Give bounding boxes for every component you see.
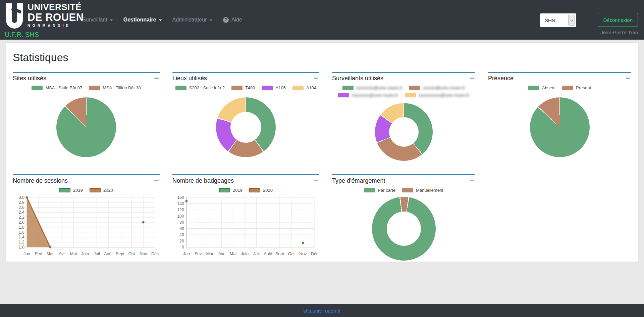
svg-text:120: 120 [177,208,184,212]
svg-text:Juil: Juil [253,252,260,256]
panel-header: Nombre de badgeages [172,175,319,184]
panel-type-emargement: Type d'émargement Par carteManuellement [332,174,475,263]
legend-item[interactable]: xxxxxxxx@univ-rouen.fr [342,85,402,90]
footer-link[interactable]: shs.univ-rouen.fr [303,308,341,314]
panel-header: Sites utilisés [13,73,160,82]
panel-lieux-utilises: Lieux utilisés S202 - Salle info 2T400A1… [172,72,319,165]
main-content: Statistiques Sites utilisés MSA - Satie … [0,40,644,304]
legend-item[interactable]: Manuellement [402,188,443,193]
legend-item[interactable]: xxxxxxxxxx@univ-rouen.fr [405,93,469,98]
legend-label: A104 [306,85,316,90]
legend-item[interactable]: MSA - Tillion Bât 38 [89,85,141,90]
minus-icon [470,78,474,79]
svg-text:Déc: Déc [151,252,159,256]
charts-grid: Sites utilisés MSA - Satie Bât 07MSA - T… [13,72,631,263]
logout-button[interactable]: Déconnexion [598,13,638,27]
chart-legend: Par carteManuellement [334,188,473,193]
chart-area [332,99,475,165]
panel-surveillants-utilises: Surveillants utilisés xxxxxxxx@univ-roue… [332,72,475,165]
svg-text:2.2: 2.2 [19,215,24,220]
panel-title: Lieux utilisés [172,75,207,82]
legend-item[interactable]: A106 [262,85,286,90]
blurred-email-label: xxxxxxxxxx@univ-rouen.fr [419,93,469,98]
collapse-panel-button[interactable] [153,177,160,184]
svg-text:Juin: Juin [81,252,89,256]
menu-item-administrateur[interactable]: Administrateur [172,17,212,23]
donut-hole [387,212,421,246]
svg-text:Déc: Déc [311,252,318,256]
legend-swatch [562,86,573,90]
legend-item[interactable]: xxxxxxxx@univ-rouen.fr [338,93,398,98]
legend-swatch [409,86,420,90]
svg-text:1.0: 1.0 [19,245,24,250]
legend-item[interactable]: 2019 [59,188,83,193]
menu-item-label: Surveillant [82,17,107,23]
svg-text:2.4: 2.4 [19,210,24,215]
legend-swatch [175,86,186,90]
svg-text:80: 80 [179,220,184,225]
pie-chart-sites [56,97,116,157]
collapse-panel-button[interactable] [469,75,475,82]
legend-label: 2020 [263,188,273,193]
svg-text:Fev: Fev [35,252,42,256]
legend-swatch [219,188,230,192]
legend-item[interactable]: A104 [292,85,316,90]
structure-select-value: SHS [540,17,568,23]
legend-item[interactable]: 2020 [249,188,273,193]
svg-text:Avr: Avr [218,252,225,256]
legend-item[interactable]: Present [562,85,591,90]
collapse-panel-button[interactable] [625,75,631,82]
legend-item[interactable]: S202 - Salle info 2 [175,85,225,90]
top-navbar: UNIVERSITÉ DE ROUEN NORMANDIE U.F.R. SHS… [0,0,644,40]
collapse-panel-button[interactable] [469,177,475,184]
legend-item[interactable]: xxxxxx@univ-rouen.fr [409,85,465,90]
chart-legend: 20192020 [174,188,317,193]
svg-text:1.4: 1.4 [19,235,24,239]
panel-title: Surveillants utilisés [332,75,383,82]
main-menu: Surveillant Gestionnaire Administrateur … [82,0,242,40]
legend-swatch [528,86,539,90]
donut-hole [389,117,419,147]
collapse-panel-button[interactable] [313,75,319,82]
collapse-panel-button[interactable] [313,177,319,184]
svg-text:2.8: 2.8 [19,200,24,205]
logo-line2: DE ROUEN [28,12,84,22]
chevron-down-icon [110,19,113,21]
minus-icon [154,180,159,181]
svg-text:100: 100 [177,214,184,219]
legend-item[interactable]: MSA - Satie Bât 07 [32,85,82,90]
legend-item[interactable]: 2020 [90,188,113,193]
menu-item-aide[interactable]: ? Aide [223,17,242,23]
panel-header: Nombre de sessions [13,175,160,184]
legend-item[interactable]: T400 [231,85,255,90]
legend-label: Present [576,85,591,90]
chevron-down-icon [159,19,162,21]
legend-label: MSA - Tillion Bât 38 [103,85,141,90]
svg-text:160: 160 [177,195,184,200]
svg-text:2.0: 2.0 [19,220,24,225]
legend-item[interactable]: 2019 [219,188,243,193]
chevron-down-icon [570,18,573,21]
menu-item-gestionnaire[interactable]: Gestionnaire [123,17,162,23]
legend-label: 2019 [233,188,243,193]
legend-swatch [338,93,349,97]
doughnut-chart-lieux [216,97,276,157]
legend-swatch [90,188,101,192]
structure-select[interactable]: SHS [540,13,576,27]
panel-nombre-de-sessions: Nombre de sessions 20192020 3.02.82.62.4… [13,174,160,263]
svg-text:20: 20 [179,239,184,243]
legend-label: 2019 [73,188,83,193]
doughnut-chart-emargement [372,197,436,261]
menu-item-surveillant[interactable]: Surveillant [82,17,113,23]
panel-title: Type d'émargement [332,177,385,184]
legend-item[interactable]: Par carte [364,188,395,193]
svg-text:Mar: Mar [206,252,214,256]
collapse-panel-button[interactable] [153,75,160,82]
chart-legend: 20192020 [15,188,158,193]
svg-text:Août: Août [104,252,113,256]
legend-item[interactable]: Absent [528,85,555,90]
svg-text:1.6: 1.6 [19,230,24,235]
panel-header: Présence [488,73,631,82]
help-icon: ? [223,17,229,23]
panel-presence: Présence AbsentPresent [488,72,631,165]
